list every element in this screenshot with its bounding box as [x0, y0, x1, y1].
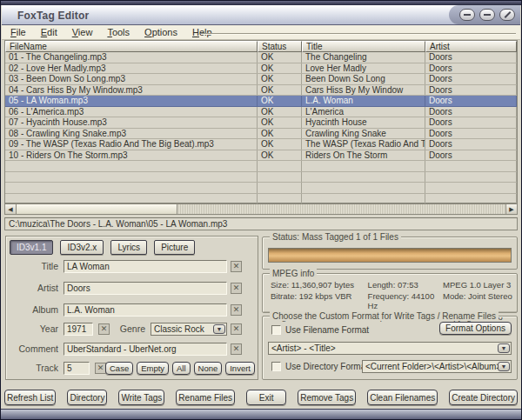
table-row[interactable]: 02 - Love Her Madly.mp3OKLove Her MadlyD…	[5, 63, 517, 75]
horizontal-scrollbar[interactable]: ◀ ▶	[4, 203, 518, 215]
table-row[interactable]: 05 - LA Woman.mp3OKL.A. WomanDoors	[5, 96, 517, 107]
column-header-title[interactable]: Title	[302, 41, 425, 52]
case-button[interactable]: Case	[105, 362, 133, 375]
menu-item-help[interactable]: Help	[192, 27, 212, 37]
mpeg-info-item: Mode: Joint Stereo	[443, 291, 513, 310]
write-tags-button[interactable]: Write Tags	[118, 390, 164, 405]
scroll-left-arrow[interactable]: ◀	[5, 204, 17, 214]
tab-picture[interactable]: Picture	[154, 240, 195, 255]
scroll-thumb[interactable]	[17, 204, 177, 214]
create-directory-button[interactable]: Create Directory	[449, 390, 518, 405]
clean-filenames-button[interactable]: Clean Filenames	[367, 390, 438, 405]
clear-comment-button[interactable]: ✕	[231, 343, 242, 355]
filename-format-select[interactable]: <Artist> - <Title> ▼	[268, 342, 512, 355]
close-button[interactable]	[499, 9, 515, 21]
title-field[interactable]	[64, 260, 227, 273]
custom-format-group: Choose the Custom Format for Write Tags …	[262, 316, 518, 380]
column-header-filename[interactable]: FileName	[5, 41, 258, 52]
menu-item-view[interactable]: View	[72, 27, 93, 37]
rename-files-button[interactable]: Rename Files	[176, 390, 235, 405]
menu-item-options[interactable]: Options	[144, 27, 177, 37]
maximize-button[interactable]	[479, 9, 495, 21]
remove-tags-button[interactable]: Remove Tags	[298, 390, 356, 405]
tab-id3v11[interactable]: ID3v1.1	[10, 240, 53, 255]
empty-table-row	[5, 183, 517, 194]
menu-item-tools[interactable]: Tools	[107, 27, 130, 37]
table-row[interactable]: 06 - L'America.mp3OKL'AmericaDoors	[5, 107, 517, 118]
cell-filename: 09 - The WASP (Texas Radio And The Big B…	[5, 139, 258, 150]
tab-id3v2x[interactable]: ID3v2.x	[60, 240, 104, 255]
clear-artist-button[interactable]: ✕	[231, 283, 242, 294]
menu-item-edit[interactable]: Edit	[41, 27, 57, 37]
artist-label: Artist	[6, 282, 58, 295]
window-button-zone	[449, 5, 520, 24]
empty-cell	[258, 194, 302, 204]
mpeg-info-item: Length: 07:53	[368, 280, 443, 290]
cell-filename: 05 - LA Woman.mp3	[5, 96, 258, 106]
cell-status: OK	[258, 139, 302, 150]
all-button[interactable]: All	[172, 362, 191, 375]
tab-lyrics[interactable]: Lyrics	[110, 240, 147, 255]
comment-field[interactable]	[64, 343, 227, 356]
column-header-status[interactable]: Status	[258, 41, 302, 52]
empty-cell	[258, 183, 302, 193]
use-directory-format-row: Use Directory Format	[271, 362, 368, 371]
none-button[interactable]: None	[194, 362, 223, 375]
format-options-button[interactable]: Format Options	[439, 322, 512, 335]
genre-select[interactable]: Classic Rock ▼	[151, 323, 227, 336]
cell-artist: Doors	[425, 96, 517, 106]
window-frame-bottom	[1, 409, 521, 420]
cell-artist: Doors	[425, 117, 517, 128]
cell-status: OK	[258, 74, 302, 84]
column-header-artist[interactable]: Artist	[425, 41, 517, 52]
table-row[interactable]: 07 - Hyacinth House.mp3OKHyacinth HouseD…	[5, 117, 517, 129]
table-row[interactable]: 09 - The WASP (Texas Radio And The Big B…	[5, 139, 517, 150]
directory-button[interactable]: Directory	[67, 390, 107, 405]
mpeg-info-item: Frequency: 44100 Hz	[368, 291, 443, 310]
title-bar[interactable]: FoxTag Editor	[2, 5, 520, 25]
refresh-list-button[interactable]: Refresh List	[4, 390, 56, 405]
menu-item-file[interactable]: File	[10, 27, 26, 37]
scroll-right-arrow[interactable]: ▶	[505, 204, 517, 214]
filename-format-dropdown-icon[interactable]: ▼	[498, 343, 510, 353]
invert-button[interactable]: Invert	[225, 362, 255, 375]
clear-title-button[interactable]: ✕	[231, 261, 242, 272]
cell-title: Hyacinth House	[302, 117, 425, 128]
menu-separator	[201, 33, 516, 35]
year-field[interactable]	[64, 323, 93, 336]
table-row[interactable]: 08 - Crawling King Snake.mp3OKCrawling K…	[5, 129, 517, 140]
use-filename-format-checkbox[interactable]	[271, 325, 281, 335]
cell-filename: 03 - Been Down So Long.mp3	[5, 74, 258, 84]
exit-button[interactable]: Exit	[246, 390, 286, 405]
custom-format-title: Choose the Custom Format for Write Tags …	[270, 311, 499, 321]
file-table[interactable]: FileNameStatusTitleArtist 01 - The Chang…	[4, 40, 518, 203]
clear-year-button[interactable]: ✕	[98, 323, 110, 335]
album-label: Album	[6, 303, 58, 317]
empty-cell	[425, 172, 517, 183]
genre-dropdown-icon[interactable]: ▼	[213, 324, 225, 334]
directory-format-dropdown-icon[interactable]: ▼	[498, 362, 510, 371]
empty-cell	[258, 172, 302, 183]
clear-genre-button[interactable]: ✕	[231, 323, 242, 335]
cell-artist: Doors	[425, 85, 517, 96]
empty-button[interactable]: Empty	[137, 362, 169, 375]
use-directory-format-checkbox[interactable]	[271, 362, 281, 371]
table-row[interactable]: 03 - Been Down So Long.mp3OKBeen Down So…	[5, 74, 517, 85]
artist-field[interactable]	[64, 282, 227, 295]
cell-title: L'America	[302, 107, 425, 117]
table-row[interactable]: 01 - The Changeling.mp3OKThe ChangelingD…	[5, 52, 517, 63]
clear-album-button[interactable]: ✕	[231, 304, 242, 316]
table-row[interactable]: 04 - Cars Hiss By My Window.mp3OKCars Hi…	[5, 85, 517, 97]
cell-status: OK	[258, 117, 302, 128]
empty-cell	[302, 172, 425, 183]
directory-format-select[interactable]: <Current Folder>\<Artist>\<Album>\ ▼	[362, 360, 512, 373]
use-filename-format-row: Use Filename Format	[271, 325, 369, 335]
minimize-icon	[464, 14, 471, 16]
table-row[interactable]: 10 - Riders On The Storm.mp3OKRiders On …	[5, 150, 517, 162]
comment-label: Comment	[6, 343, 58, 356]
genre-label: Genre	[112, 323, 145, 336]
album-field[interactable]	[64, 303, 227, 317]
minimize-button[interactable]	[459, 9, 475, 21]
cell-artist: Doors	[425, 107, 517, 117]
track-field[interactable]	[64, 362, 90, 375]
